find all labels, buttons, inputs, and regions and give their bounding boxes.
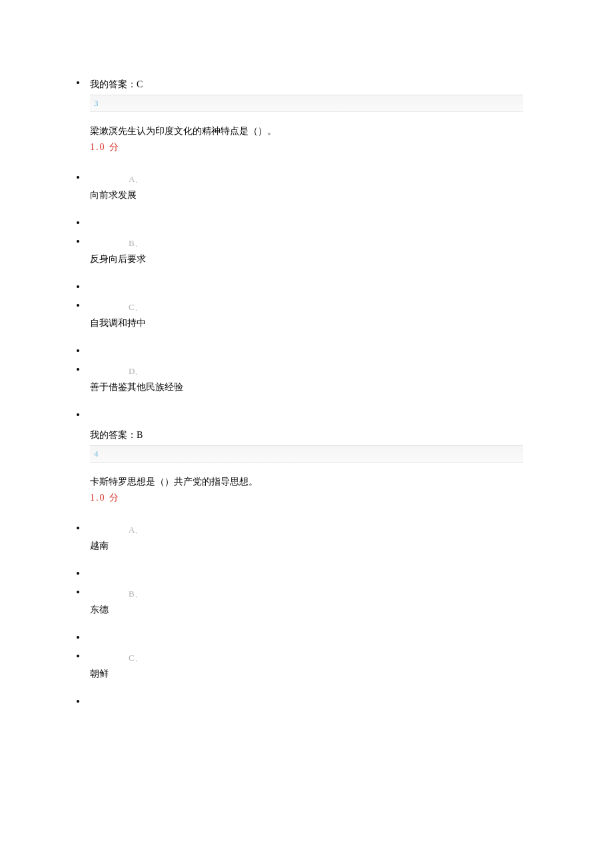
question-number-band: 4	[90, 445, 523, 463]
option-b-q4[interactable]: B、 东德	[90, 588, 523, 616]
spacer	[90, 633, 523, 652]
bullet-dot	[77, 636, 79, 639]
option-d-q3[interactable]: D、 善于借鉴其他民族经验	[90, 365, 523, 393]
bullet-dot	[77, 700, 79, 703]
option-letter: B、	[129, 237, 523, 249]
option-letter: A、	[129, 524, 523, 536]
score-q3: 1.0 分	[90, 141, 523, 153]
option-text: 自我调和持中	[90, 317, 523, 329]
spacer	[90, 697, 523, 716]
my-answer-q3: 我的答案：B	[90, 429, 523, 441]
question-number-band: 3	[90, 95, 523, 112]
bullet-dot	[77, 304, 79, 307]
bullet-dot	[77, 572, 79, 575]
spacer	[90, 219, 523, 237]
bullet-dot	[77, 349, 79, 352]
option-b-q3[interactable]: B、 反身向后要求	[90, 237, 523, 265]
my-answer-q2: 我的答案：C	[90, 79, 523, 91]
spacer	[90, 569, 523, 588]
bullet-dot	[77, 413, 79, 416]
option-c-q3[interactable]: C、 自我调和持中	[90, 301, 523, 329]
question-number: 3	[94, 98, 99, 108]
option-letter: C、	[129, 652, 523, 664]
spacer	[90, 347, 523, 365]
option-text: 越南	[90, 540, 523, 552]
spacer	[90, 283, 523, 301]
option-a-q4[interactable]: A、 越南	[90, 524, 523, 552]
question-text-q3: 梁漱溟先生认为印度文化的精神特点是（）。	[90, 125, 523, 137]
option-c-q4[interactable]: C、 朝鲜	[90, 652, 523, 680]
option-text: 东德	[90, 604, 523, 616]
option-letter: B、	[129, 588, 523, 600]
question-number: 4	[94, 449, 99, 459]
bullet-dot	[77, 285, 79, 288]
option-text: 反身向后要求	[90, 253, 523, 265]
option-letter: C、	[129, 301, 523, 313]
bullet-dot	[77, 240, 79, 243]
score-q4: 1.0 分	[90, 492, 523, 504]
bullet-dot	[77, 655, 79, 657]
bullet-dot	[77, 368, 79, 371]
spacer	[90, 411, 523, 429]
option-text: 向前求发展	[90, 189, 523, 201]
bullet-dot	[77, 527, 79, 529]
option-text: 朝鲜	[90, 668, 523, 680]
bullet-dot	[77, 591, 79, 593]
option-text: 善于借鉴其他民族经验	[90, 381, 523, 393]
option-letter: A、	[129, 173, 523, 185]
bullet-dot	[77, 176, 79, 179]
option-letter: D、	[129, 365, 523, 377]
option-a-q3[interactable]: A、 向前求发展	[90, 173, 523, 201]
question-text-q4: 卡斯特罗思想是（）共产党的指导思想。	[90, 476, 523, 488]
bullet-dot	[77, 221, 79, 224]
bullet-dot	[77, 81, 79, 84]
